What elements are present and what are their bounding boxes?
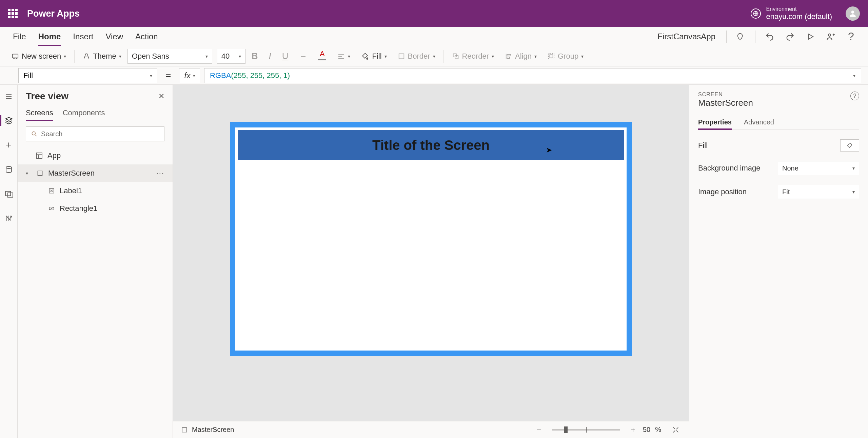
rail-data-icon[interactable]: [3, 163, 15, 176]
menu-insert[interactable]: Insert: [67, 27, 99, 46]
menu-file[interactable]: File: [7, 27, 32, 46]
close-icon[interactable]: ✕: [158, 92, 164, 101]
svg-point-17: [8, 219, 9, 220]
app-icon: [35, 152, 43, 160]
chevron-down-icon: ▾: [64, 54, 66, 59]
theme-button[interactable]: Theme ▾: [78, 49, 126, 64]
bold-button[interactable]: B: [247, 49, 263, 64]
underline-button[interactable]: U: [277, 49, 293, 64]
new-screen-label: New screen: [22, 52, 61, 61]
rail-hamburger-icon[interactable]: [3, 90, 15, 102]
chevron-down-icon: ▾: [433, 54, 435, 59]
prop-fill-label: Fill: [698, 141, 708, 150]
svg-rect-21: [38, 171, 42, 175]
prop-row-fill: Fill: [698, 139, 859, 152]
waffle-icon[interactable]: [8, 9, 18, 18]
environment-block[interactable]: Environment enayu.com (default): [766, 6, 832, 21]
fill-color-button[interactable]: Fill ▾: [356, 49, 391, 64]
tree-item-label: MasterScreen: [48, 169, 95, 178]
group-button[interactable]: Group ▾: [543, 49, 588, 64]
mouse-cursor-icon: ➤: [546, 146, 552, 155]
undo-icon[interactable]: [762, 29, 777, 44]
svg-point-4: [828, 34, 831, 36]
fx-button[interactable]: fx ▾: [179, 68, 200, 83]
environment-icon[interactable]: [751, 8, 761, 19]
fill-swatch[interactable]: [840, 139, 859, 152]
tab-properties[interactable]: Properties: [698, 115, 732, 130]
font-color-button[interactable]: A: [313, 49, 331, 64]
canvas-viewport[interactable]: Title of the Screen ➤: [173, 85, 689, 421]
prop-imgpos-label: Image position: [698, 187, 747, 196]
chevron-down-icon: ▾: [384, 54, 387, 59]
redo-icon[interactable]: [783, 29, 797, 44]
chevron-down-icon: ▾: [119, 54, 121, 59]
svg-rect-12: [550, 55, 553, 58]
text-align-button[interactable]: ▾: [332, 49, 355, 64]
reorder-button[interactable]: Reorder ▾: [447, 49, 499, 64]
app-header: Power Apps Environment enayu.com (defaul…: [0, 0, 868, 27]
canvas-rectangle[interactable]: Title of the Screen: [238, 130, 624, 160]
svg-point-16: [6, 217, 7, 218]
formula-input[interactable]: RGBA(255, 255, 255, 1) ▾: [204, 68, 861, 83]
prop-bgimage-label: Background image: [698, 164, 760, 173]
new-screen-button[interactable]: New screen ▾: [7, 49, 71, 64]
tab-advanced[interactable]: Advanced: [744, 115, 774, 130]
help-icon[interactable]: ?: [850, 92, 859, 100]
bgimage-value: None: [782, 164, 798, 172]
svg-point-18: [10, 216, 12, 217]
strikethrough-button[interactable]: [294, 49, 312, 64]
tab-components[interactable]: Components: [63, 105, 105, 121]
imgpos-select[interactable]: Fit ▾: [778, 185, 859, 199]
chevron-down-icon[interactable]: ▾: [853, 73, 855, 78]
rail-advanced-icon[interactable]: [3, 212, 15, 224]
chevron-down-icon: ▾: [150, 73, 152, 78]
canvas-title-label[interactable]: Title of the Screen: [372, 138, 490, 153]
tree-item-app[interactable]: App: [18, 147, 173, 164]
zoom-in-button[interactable]: +: [628, 425, 638, 435]
chevron-down-icon: ▾: [852, 189, 855, 195]
equals-sign: =: [161, 70, 175, 81]
italic-button[interactable]: I: [264, 49, 276, 64]
more-icon[interactable]: ···: [156, 169, 164, 178]
app-name-label[interactable]: FirstCanvasApp: [657, 32, 715, 41]
canvas-screen[interactable]: Title of the Screen ➤: [230, 122, 632, 356]
menu-home[interactable]: Home: [32, 27, 67, 46]
canvas-footer: MasterScreen − + 50 %: [173, 421, 689, 438]
app-title: Power Apps: [27, 8, 80, 19]
property-dropdown[interactable]: Fill ▾: [18, 68, 157, 83]
app-checker-icon[interactable]: [733, 29, 748, 44]
tree-item-rectangle1[interactable]: Rectangle1: [18, 200, 173, 217]
menu-action[interactable]: Action: [129, 27, 164, 46]
tree-item-label1[interactable]: Label1: [18, 182, 173, 200]
imgpos-value: Fit: [782, 188, 790, 196]
fill-label: Fill: [372, 52, 381, 61]
zoom-out-button[interactable]: −: [534, 425, 544, 435]
share-icon[interactable]: [823, 29, 838, 44]
svg-rect-24: [182, 427, 186, 432]
font-size-select[interactable]: 40 ▾: [217, 49, 245, 64]
chevron-down-icon: ▾: [852, 165, 855, 171]
props-section-label: SCREEN: [698, 92, 753, 98]
zoom-slider[interactable]: [552, 429, 620, 431]
rail-media-icon[interactable]: [3, 188, 15, 200]
fit-screen-icon[interactable]: [671, 425, 681, 435]
align-button[interactable]: Align ▾: [500, 49, 541, 64]
rail-tree-icon[interactable]: [3, 115, 15, 127]
tree-title: Tree view: [26, 91, 68, 102]
tree-item-masterscreen[interactable]: ▾ MasterScreen ···: [18, 164, 173, 182]
menu-view[interactable]: View: [99, 27, 129, 46]
svg-rect-11: [549, 53, 554, 59]
font-select[interactable]: Open Sans ▾: [127, 49, 212, 64]
border-button[interactable]: Border ▾: [393, 49, 440, 64]
tree-tabs: Screens Components: [18, 105, 173, 121]
rail-insert-icon[interactable]: +: [3, 139, 15, 151]
help-icon[interactable]: ?: [844, 29, 859, 44]
tab-screens[interactable]: Screens: [26, 105, 53, 121]
zoom-thumb[interactable]: [564, 426, 568, 433]
bgimage-select[interactable]: None ▾: [778, 161, 859, 175]
footer-screen-name[interactable]: MasterScreen: [192, 426, 234, 434]
play-icon[interactable]: [803, 29, 818, 44]
search-input[interactable]: Search: [26, 126, 164, 141]
chevron-down-icon[interactable]: ▾: [26, 171, 32, 176]
user-avatar[interactable]: [846, 6, 860, 21]
